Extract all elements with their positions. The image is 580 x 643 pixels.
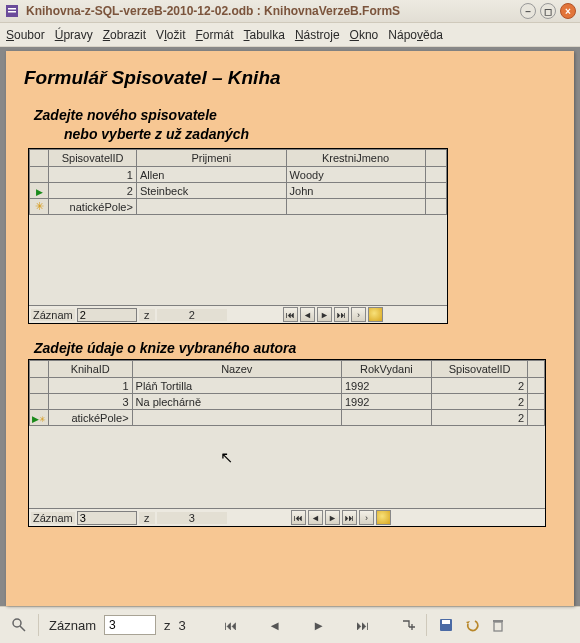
main-nav-new-icon[interactable] [398, 616, 416, 634]
cell-id[interactable]: 2 [49, 183, 137, 199]
menu-format[interactable]: Formát [195, 28, 233, 42]
cell-spis[interactable]: 2 [431, 410, 527, 426]
nav-new-button[interactable]: › [351, 307, 366, 322]
nav-total: 2 [157, 309, 227, 321]
main-nav-save-icon[interactable] [437, 616, 455, 634]
cell-prijmeni[interactable]: Allen [136, 167, 286, 183]
nav-of: z [139, 512, 155, 524]
cell-autofield[interactable]: natickéPole> [49, 199, 137, 215]
row-marker-current[interactable]: ▶ [30, 183, 49, 199]
table-row-new[interactable]: ✳ natickéPole> [30, 199, 447, 215]
row-marker-current-new[interactable]: ▶✳ [30, 410, 49, 426]
menu-zobrazit[interactable]: Zobrazit [103, 28, 146, 42]
cell-jmeno[interactable]: John [286, 183, 425, 199]
subform2-col-spis[interactable]: SpisovatelID [431, 361, 527, 378]
nav-current-input[interactable] [77, 308, 137, 322]
subform1-corner[interactable] [30, 150, 49, 167]
form-title: Formulář Spisovatel – Kniha [24, 67, 556, 89]
nav-first-button[interactable]: ⏮ [283, 307, 298, 322]
nav-new-button[interactable]: › [359, 510, 374, 525]
nav-total: 3 [157, 512, 227, 524]
cell-id[interactable]: 1 [48, 378, 132, 394]
cell-nazev[interactable]: Pláň Tortilla [132, 378, 341, 394]
row-marker[interactable] [30, 378, 49, 394]
minimize-button[interactable]: – [520, 3, 536, 19]
subform1-col-id[interactable]: SpisovatelID [49, 150, 137, 167]
row-marker-new[interactable]: ✳ [30, 199, 49, 215]
subform2-navbar: Záznam z 3 ⏮ ◄ ► ⏭ › [29, 508, 545, 526]
main-nav-delete-icon[interactable] [489, 616, 507, 634]
subform1-col-jmeno[interactable]: KrestniJmeno [286, 150, 425, 167]
nav-current-input[interactable] [77, 511, 137, 525]
menu-upravy[interactable]: Úpravy [55, 28, 93, 42]
menu-okno[interactable]: Okno [350, 28, 379, 42]
menu-nastroje[interactable]: Nástroje [295, 28, 340, 42]
menu-tabulka[interactable]: Tabulka [244, 28, 285, 42]
nav-of: z [139, 309, 155, 321]
cell-jmeno[interactable]: Woody [286, 167, 425, 183]
nav-label: Záznam [31, 512, 75, 524]
nav-next-button[interactable]: ► [325, 510, 340, 525]
svg-rect-7 [494, 622, 502, 631]
nav-save-button[interactable] [368, 307, 383, 322]
main-nav-prev-icon[interactable]: ◄ [266, 616, 284, 634]
svg-line-4 [20, 626, 25, 631]
cell-nazev[interactable]: Na plechárně [132, 394, 341, 410]
nav-prev-button[interactable]: ◄ [308, 510, 323, 525]
row-marker[interactable] [30, 167, 49, 183]
cell-autofield[interactable]: atickéPole> [48, 410, 132, 426]
maximize-button[interactable]: ◻ [540, 3, 556, 19]
table-row[interactable]: 3 Na plechárně 1992 2 [30, 394, 545, 410]
subform1-col-blank [425, 150, 446, 167]
subform2-body-empty[interactable] [29, 426, 545, 508]
subform2-corner[interactable] [30, 361, 49, 378]
table-row[interactable]: 1 Allen Woody [30, 167, 447, 183]
subform2-header-row: KnihaID Nazev RokVydani SpisovatelID [30, 361, 545, 378]
main-nav-next-icon[interactable]: ► [310, 616, 328, 634]
subform1-col-prijmeni[interactable]: Prijmeni [136, 150, 286, 167]
nav-last-button[interactable]: ⏭ [342, 510, 357, 525]
table-row-new[interactable]: ▶✳ atickéPole> 2 [30, 410, 545, 426]
nav-first-button[interactable]: ⏮ [291, 510, 306, 525]
main-nav-last-icon[interactable]: ⏭ [354, 616, 372, 634]
subform2-grid: KnihaID Nazev RokVydani SpisovatelID 1 P… [28, 359, 546, 527]
close-button[interactable]: × [560, 3, 576, 19]
app-icon [4, 3, 20, 19]
cell-spis[interactable]: 2 [431, 394, 527, 410]
cell-id[interactable]: 1 [49, 167, 137, 183]
main-nav-of: z [164, 618, 171, 633]
main-nav-total: 3 [178, 618, 185, 633]
nav-save-button[interactable] [376, 510, 391, 525]
nav-prev-button[interactable]: ◄ [300, 307, 315, 322]
main-nav-first-icon[interactable]: ⏮ [222, 616, 240, 634]
form-document: Formulář Spisovatel – Kniha Zadejte nové… [6, 51, 574, 606]
cell-rok[interactable]: 1992 [341, 378, 431, 394]
subform1-grid: SpisovatelID Prijmeni KrestniJmeno 1 All… [28, 148, 448, 324]
menu-napoveda[interactable]: Nápověda [388, 28, 443, 42]
subform1-heading-line2: nebo vyberte z už zadaných [64, 126, 556, 142]
menu-soubor[interactable]: Soubor [6, 28, 45, 42]
cell-spis[interactable]: 2 [431, 378, 527, 394]
find-record-icon[interactable] [10, 616, 28, 634]
cell-rok[interactable]: 1992 [341, 394, 431, 410]
document-viewport: Formulář Spisovatel – Kniha Zadejte nové… [0, 47, 580, 606]
row-marker[interactable] [30, 394, 49, 410]
main-nav-undo-icon[interactable] [463, 616, 481, 634]
subform2-col-nazev[interactable]: Nazev [132, 361, 341, 378]
table-row[interactable]: 1 Pláň Tortilla 1992 2 [30, 378, 545, 394]
nav-label: Záznam [31, 309, 75, 321]
subform2-col-rok[interactable]: RokVydani [341, 361, 431, 378]
main-nav-label: Záznam [49, 618, 96, 633]
subform1-heading-line1: Zadejte nového spisovatele [34, 107, 556, 123]
subform2-col-id[interactable]: KnihaID [48, 361, 132, 378]
nav-next-button[interactable]: ► [317, 307, 332, 322]
subform1-body-empty[interactable] [29, 215, 447, 305]
menu-vlozit[interactable]: Vložit [156, 28, 185, 42]
window-title: Knihovna-z-SQL-verzeB-2010-12-02.odb : K… [26, 4, 516, 18]
table-row[interactable]: ▶ 2 Steinbeck John [30, 183, 447, 199]
main-nav-current-input[interactable] [104, 615, 156, 635]
nav-last-button[interactable]: ⏭ [334, 307, 349, 322]
cell-id[interactable]: 3 [48, 394, 132, 410]
cell-prijmeni[interactable]: Steinbeck [136, 183, 286, 199]
svg-rect-2 [8, 11, 16, 13]
